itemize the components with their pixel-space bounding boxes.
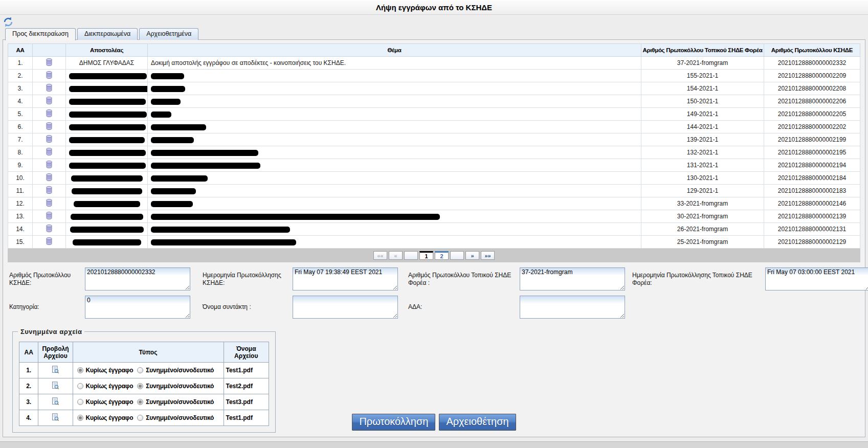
pager-page-2[interactable]: 2: [435, 251, 449, 260]
document-icon[interactable]: [33, 185, 66, 197]
column-header-6: Αριθμός Πρωτοκόλλου ΚΣΗΔΕ: [764, 44, 860, 57]
sender-cell: [66, 146, 148, 159]
table-row[interactable]: 14.26-2021-fromgram20210128880000002131: [8, 223, 860, 236]
table-row[interactable]: 4.150-2021-120210128880000002206: [8, 95, 860, 108]
table-row[interactable]: 6.144-2021-120210128880000002202: [8, 121, 860, 133]
preview-file-icon[interactable]: [38, 378, 73, 394]
row-number: 7.: [8, 133, 33, 146]
action-buttons: Πρωτοκόλληση Αρχειοθέτηση: [3, 414, 865, 431]
document-icon[interactable]: [33, 108, 66, 121]
document-icon[interactable]: [33, 70, 66, 82]
document-icon[interactable]: [33, 121, 66, 133]
document-icon[interactable]: [33, 146, 66, 159]
attachment-filename: Test1.pdf: [224, 363, 269, 378]
column-header-4: Θέμα: [148, 44, 641, 57]
kside-date-field[interactable]: [293, 267, 398, 290]
row-number: 12.: [8, 197, 33, 210]
table-row[interactable]: 5.149-2021-120210128880000002205: [8, 108, 860, 121]
table-row[interactable]: 3.154-2021-120210128880000002208: [8, 82, 860, 95]
attached-document-radio[interactable]: [137, 367, 143, 373]
redaction-bar: [69, 73, 147, 79]
table-row[interactable]: 1.ΔΗΜΟΣ ΓΛΥΦΑΔΑΣΔοκιμή αποστολής εγγράφο…: [8, 57, 860, 70]
main-document-radio[interactable]: [77, 367, 83, 373]
kside-protocol-field[interactable]: [85, 267, 190, 290]
redaction-bar: [151, 239, 296, 245]
field-label: Ημερομηνία Πρωτοκόλλησης ΚΣΗΔΕ:: [203, 272, 288, 287]
main-document-radio[interactable]: [77, 383, 83, 389]
sender-cell: [66, 159, 148, 172]
document-icon[interactable]: [33, 159, 66, 172]
table-row[interactable]: 8.132-2021-120210128880000002195: [8, 146, 860, 159]
document-icon[interactable]: [33, 210, 66, 223]
preview-file-icon[interactable]: [38, 394, 73, 410]
table-row[interactable]: 9.131-2021-120210128880000002194: [8, 159, 860, 172]
table-row[interactable]: 13.30-2021-fromgram20210128880000002139: [8, 210, 860, 223]
local-protocol-cell: 155-2021-1: [641, 70, 764, 82]
local-protocol-field[interactable]: [520, 267, 625, 290]
document-icon[interactable]: [33, 236, 66, 249]
row-number: 11.: [8, 185, 33, 197]
tab-bar: Προς διεκπεραίωσηΔιεκπεραιωμέναΑρχειοθετ…: [5, 28, 198, 40]
sender-cell: [66, 197, 148, 210]
local-protocol-cell: 30-2021-fromgram: [641, 210, 764, 223]
pager-prev-button[interactable]: «: [389, 251, 403, 260]
document-icon[interactable]: [33, 95, 66, 108]
redaction-bar: [151, 214, 440, 220]
sender-cell: [66, 133, 148, 146]
tab-3[interactable]: Αρχειοθετημένα: [139, 28, 198, 40]
main-panel: ΑΑΑποστολέαςΘέμαΑριθμός Πρωτοκόλλου Τοπι…: [3, 39, 865, 437]
document-icon[interactable]: [33, 82, 66, 95]
attachments-legend: Συνημμένα αρχεία: [18, 328, 84, 335]
tab-1[interactable]: Προς διεκπεραίωση: [5, 28, 76, 40]
form-field: Όνομα συντάκτη :: [203, 296, 398, 319]
form-field: Ημερομηνία Πρωτοκόλλησης Τοπικού ΣΗΔΕ Φο…: [632, 267, 868, 290]
main-document-radio[interactable]: [77, 399, 83, 405]
table-row[interactable]: 2.155-2021-120210128880000002209: [8, 70, 860, 82]
redaction-bar: [74, 201, 140, 207]
form-field: Αριθμός Πρωτοκόλλου Τοπικού ΣΗΔΕ Φορέα :: [408, 267, 625, 290]
author-field[interactable]: [293, 296, 398, 319]
field-label: Κατηγορία:: [9, 303, 81, 311]
table-row[interactable]: 12.33-2021-fromgram20210128880000002146: [8, 197, 860, 210]
attached-document-radio[interactable]: [137, 399, 143, 405]
local-protocol-cell: 26-2021-fromgram: [641, 223, 764, 236]
local-date-field[interactable]: [765, 267, 868, 290]
sender-cell: [66, 223, 148, 236]
tab-2[interactable]: Διεκπεραιωμένα: [77, 28, 138, 40]
document-icon[interactable]: [33, 172, 66, 185]
pager-page-1[interactable]: 1: [419, 251, 433, 260]
table-row[interactable]: 7.139-2021-120210128880000002199: [8, 133, 860, 146]
attached-document-radio[interactable]: [137, 383, 143, 389]
kside-protocol-cell: 20210128880000002129: [764, 236, 860, 249]
local-protocol-cell: 149-2021-1: [641, 108, 764, 121]
subject-cell: [148, 108, 641, 121]
column-header-1: ΑΑ: [8, 44, 33, 57]
pager-last-button[interactable]: »»: [481, 251, 495, 260]
subject-cell: [148, 121, 641, 133]
document-icon[interactable]: [33, 133, 66, 146]
pager-first-button[interactable]: ««: [373, 251, 387, 260]
refresh-icon[interactable]: [3, 17, 13, 27]
document-icon[interactable]: [33, 223, 66, 236]
ada-field[interactable]: [520, 296, 625, 319]
redaction-bar: [151, 99, 181, 105]
kside-protocol-cell: 20210128880000002199: [764, 133, 860, 146]
document-icon[interactable]: [33, 197, 66, 210]
sender-cell: [66, 108, 148, 121]
category-field[interactable]: [85, 296, 190, 319]
kside-protocol-cell: 20210128880000002209: [764, 70, 860, 82]
table-row[interactable]: 15.25-2021-fromgram20210128880000002129: [8, 236, 860, 249]
sender-cell: ΔΗΜΟΣ ΓΛΥΦΑΔΑΣ: [66, 57, 148, 70]
document-icon[interactable]: [33, 57, 66, 70]
register-button[interactable]: Πρωτοκόλληση: [352, 414, 435, 431]
main-document-radio-label: Κυρίως έγγραφο: [86, 367, 133, 374]
row-number: 13.: [8, 210, 33, 223]
kside-protocol-cell: 20210128880000002332: [764, 57, 860, 70]
sender-cell: [66, 210, 148, 223]
table-row[interactable]: 10.130-2021-120210128880000002184: [8, 172, 860, 185]
redaction-bar: [151, 188, 196, 194]
table-row[interactable]: 11.129-2021-120210128880000002183: [8, 185, 860, 197]
preview-file-icon[interactable]: [38, 363, 73, 378]
archive-button[interactable]: Αρχειοθέτηση: [439, 414, 516, 431]
pager-next-button[interactable]: »: [465, 251, 479, 260]
